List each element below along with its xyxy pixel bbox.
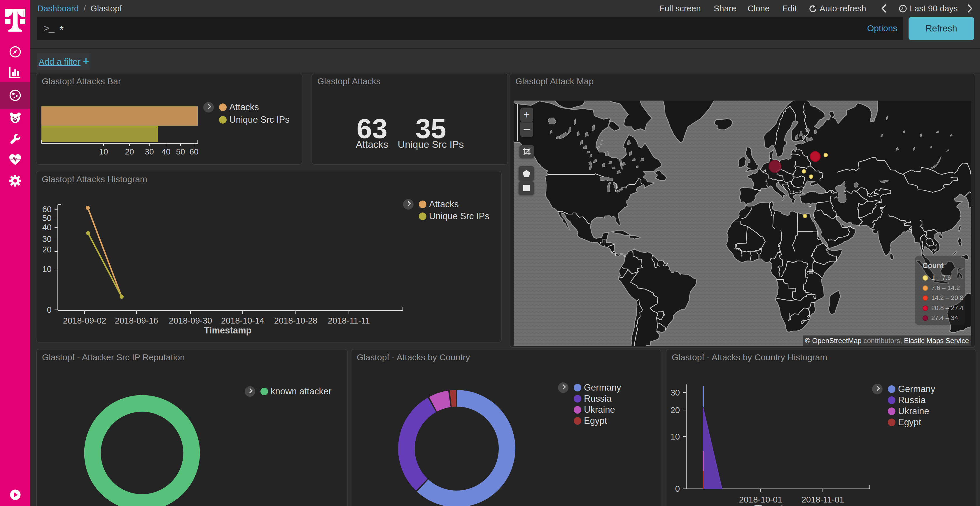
svg-text:2018-11-11: 2018-11-11	[328, 316, 370, 325]
svg-text:40: 40	[161, 147, 170, 156]
svg-text:20: 20	[671, 405, 680, 415]
svg-text:2018-09-16: 2018-09-16	[115, 316, 158, 325]
svg-text:30: 30	[42, 234, 52, 244]
svg-text:0: 0	[47, 305, 52, 314]
svg-text:20: 20	[125, 147, 134, 156]
svg-text:2018-10-01: 2018-10-01	[739, 495, 782, 504]
svg-text:Timestamp: Timestamp	[754, 503, 802, 506]
svg-text:2018-10-14: 2018-10-14	[221, 316, 264, 325]
svg-text:Timestamp: Timestamp	[204, 325, 251, 335]
svg-text:2018-09-02: 2018-09-02	[63, 316, 106, 325]
svg-text:10: 10	[671, 432, 680, 441]
svg-text:2018-09-30: 2018-09-30	[169, 316, 212, 325]
svg-text:2018-10-28: 2018-10-28	[274, 316, 317, 325]
svg-text:2018-11-01: 2018-11-01	[802, 495, 844, 504]
svg-text:40: 40	[42, 223, 52, 232]
svg-text:50: 50	[42, 213, 52, 223]
svg-text:10: 10	[42, 264, 52, 274]
svg-text:30: 30	[145, 147, 154, 156]
svg-text:60: 60	[189, 147, 198, 156]
svg-text:60: 60	[42, 205, 52, 214]
svg-text:50: 50	[176, 147, 185, 156]
svg-text:20: 20	[42, 245, 52, 254]
svg-text:10: 10	[99, 147, 108, 156]
svg-text:0: 0	[675, 484, 680, 493]
svg-text:30: 30	[671, 388, 680, 397]
